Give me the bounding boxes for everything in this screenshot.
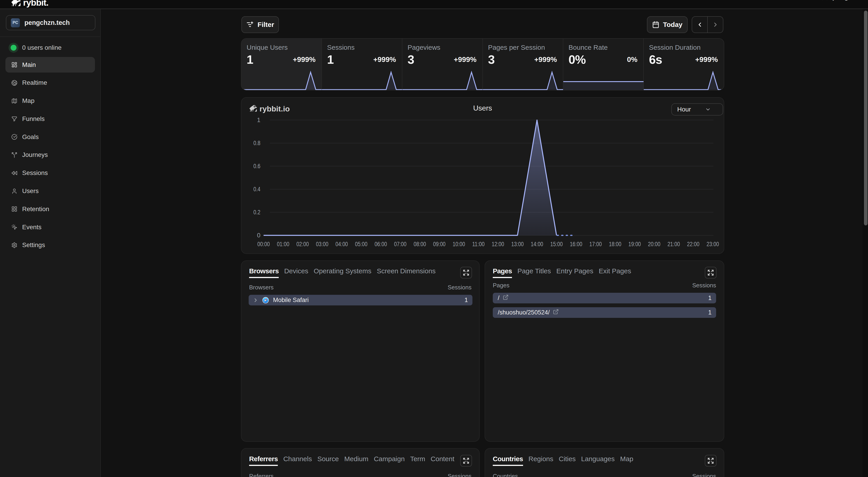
svg-text:05:00: 05:00 [355, 241, 368, 247]
svg-text:10:00: 10:00 [453, 241, 465, 247]
svg-text:00:00: 00:00 [257, 241, 270, 247]
svg-text:16:00: 16:00 [570, 241, 582, 247]
svg-text:22:00: 22:00 [687, 241, 700, 247]
svg-text:15:00: 15:00 [550, 241, 563, 247]
svg-text:09:00: 09:00 [433, 241, 445, 247]
svg-text:20:00: 20:00 [648, 241, 660, 247]
svg-text:18:00: 18:00 [609, 241, 621, 247]
svg-text:06:00: 06:00 [375, 241, 387, 247]
svg-text:19:00: 19:00 [628, 241, 641, 247]
svg-text:12:00: 12:00 [492, 241, 504, 247]
svg-text:07:00: 07:00 [394, 241, 406, 247]
svg-text:11:00: 11:00 [472, 241, 485, 247]
svg-text:13:00: 13:00 [511, 241, 524, 247]
svg-text:1: 1 [257, 117, 260, 123]
svg-text:0.4: 0.4 [253, 186, 260, 192]
svg-text:08:00: 08:00 [414, 241, 426, 247]
svg-text:21:00: 21:00 [668, 241, 680, 247]
svg-text:0.6: 0.6 [253, 163, 260, 170]
svg-text:04:00: 04:00 [336, 241, 348, 247]
svg-text:23:00: 23:00 [707, 241, 719, 247]
svg-text:03:00: 03:00 [316, 241, 329, 247]
svg-text:0.8: 0.8 [253, 140, 260, 147]
svg-text:0.2: 0.2 [253, 209, 260, 216]
svg-text:17:00: 17:00 [589, 241, 602, 247]
svg-text:14:00: 14:00 [531, 241, 543, 247]
svg-text:01:00: 01:00 [277, 241, 289, 247]
svg-text:02:00: 02:00 [296, 241, 309, 247]
svg-text:0: 0 [257, 232, 260, 239]
